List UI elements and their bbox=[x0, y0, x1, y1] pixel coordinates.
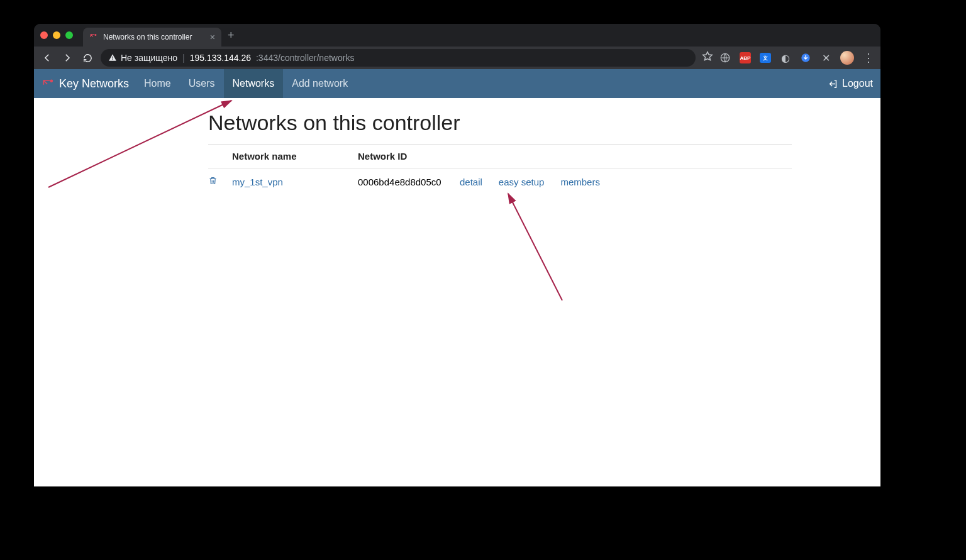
content: Networks on this controller Network name… bbox=[123, 111, 792, 195]
page: Networks on this controller Network name… bbox=[34, 98, 880, 486]
easy-setup-link[interactable]: easy setup bbox=[499, 177, 545, 187]
logout-label: Logout bbox=[842, 78, 873, 89]
bookmark-star-icon[interactable] bbox=[702, 51, 713, 65]
nav-users[interactable]: Users bbox=[180, 69, 224, 98]
forward-button[interactable] bbox=[60, 51, 74, 65]
table-header: Network name Network ID bbox=[208, 144, 792, 168]
globe-icon[interactable] bbox=[719, 52, 731, 63]
favicon-icon bbox=[89, 33, 98, 41]
browser-tab[interactable]: Networks on this controller × bbox=[83, 28, 221, 47]
nav-home[interactable]: Home bbox=[135, 69, 180, 98]
delete-icon[interactable] bbox=[208, 177, 218, 187]
extension-icon[interactable]: ◐ bbox=[780, 52, 791, 63]
download-icon[interactable] bbox=[800, 52, 811, 63]
brand[interactable]: Key Networks bbox=[42, 77, 129, 91]
translate-icon[interactable]: 文 bbox=[760, 53, 771, 63]
url-host: 195.133.144.26 bbox=[190, 53, 251, 63]
minimize-window-icon[interactable] bbox=[53, 31, 60, 39]
header-network-name: Network name bbox=[232, 151, 358, 162]
networks-table: Network name Network ID my_1st_vpn 0006b… bbox=[208, 144, 792, 195]
window-controls bbox=[40, 31, 73, 39]
table-row: my_1st_vpn 0006bd4e8d8d05c0 detail easy … bbox=[208, 168, 792, 195]
svg-point-5 bbox=[50, 80, 52, 82]
nav-networks[interactable]: Networks bbox=[224, 69, 284, 98]
extension-icon-2[interactable]: ✕ bbox=[820, 52, 831, 63]
close-window-icon[interactable] bbox=[40, 31, 48, 39]
tab-strip: Networks on this controller × + bbox=[34, 24, 880, 47]
security-label: Не защищено bbox=[121, 53, 177, 63]
page-title: Networks on this controller bbox=[208, 111, 792, 135]
address-bar[interactable]: Не защищено | 195.133.144.26:3443/contro… bbox=[101, 49, 696, 67]
not-secure-warning[interactable]: Не защищено bbox=[108, 53, 177, 63]
members-link[interactable]: members bbox=[560, 177, 600, 187]
browser-toolbar: Не защищено | 195.133.144.26:3443/contro… bbox=[34, 47, 880, 69]
svg-point-0 bbox=[95, 35, 96, 36]
profile-avatar[interactable] bbox=[840, 51, 854, 65]
tab-title: Networks on this controller bbox=[103, 33, 192, 41]
browser-menu-button[interactable]: ⋮ bbox=[863, 51, 874, 65]
app-navbar: Key Networks Home Users Networks Add net… bbox=[34, 69, 880, 98]
network-id: 0006bd4e8d8d05c0 bbox=[358, 177, 460, 187]
new-tab-button[interactable]: + bbox=[228, 29, 235, 42]
nav-links: Home Users Networks Add network bbox=[135, 69, 357, 98]
svg-rect-1 bbox=[112, 57, 113, 59]
svg-rect-2 bbox=[112, 59, 113, 60]
brand-name: Key Networks bbox=[59, 77, 129, 91]
network-name-link[interactable]: my_1st_vpn bbox=[232, 177, 283, 187]
nav-add-network[interactable]: Add network bbox=[283, 69, 357, 98]
extension-icons: ABP 文 ◐ ✕ ⋮ bbox=[719, 51, 874, 65]
detail-link[interactable]: detail bbox=[460, 177, 482, 187]
maximize-window-icon[interactable] bbox=[65, 31, 73, 39]
logout-link[interactable]: Logout bbox=[828, 78, 873, 89]
separator: | bbox=[182, 53, 185, 63]
tab-close-icon[interactable]: × bbox=[210, 32, 215, 42]
url-path: :3443/controller/networks bbox=[256, 53, 354, 63]
reload-button[interactable] bbox=[80, 51, 94, 65]
adblock-icon[interactable]: ABP bbox=[740, 52, 751, 63]
browser-window: Networks on this controller × + Не защищ… bbox=[34, 24, 880, 486]
header-network-id: Network ID bbox=[358, 151, 460, 162]
back-button[interactable] bbox=[40, 51, 54, 65]
